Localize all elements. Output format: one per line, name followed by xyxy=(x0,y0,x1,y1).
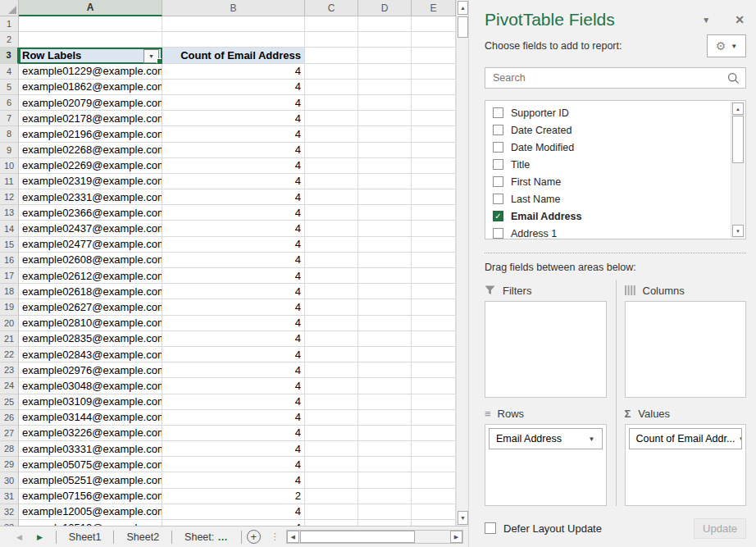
cell-A1[interactable] xyxy=(19,16,162,32)
cell-C1[interactable] xyxy=(305,16,358,32)
cell-E15[interactable] xyxy=(412,237,456,253)
cell-A2[interactable] xyxy=(19,32,162,48)
cell-E13[interactable] xyxy=(412,205,456,221)
row-header-20[interactable]: 20 xyxy=(0,316,19,331)
cell-B8[interactable]: 4 xyxy=(162,126,305,142)
cell-C21[interactable] xyxy=(305,331,358,347)
cell-E22[interactable] xyxy=(412,347,456,362)
add-sheet-button[interactable]: + xyxy=(247,530,261,544)
tools-button[interactable]: ⚙ ▼ xyxy=(707,34,746,57)
cell-E17[interactable] xyxy=(412,268,456,284)
list-scroll-up-icon[interactable]: ▲ xyxy=(732,103,744,115)
rows-area-box[interactable]: Email Address▼ xyxy=(485,424,607,506)
cell-A11[interactable]: example02319@example.com xyxy=(19,174,162,189)
cell-B12[interactable]: 4 xyxy=(162,189,305,205)
cell-A8[interactable]: example02196@example.com xyxy=(19,126,162,142)
cell-E31[interactable] xyxy=(412,489,456,504)
cell-A20[interactable]: example02810@example.com xyxy=(19,316,162,331)
row-header-5[interactable]: 5 xyxy=(0,80,19,95)
field-checkbox-last-name[interactable] xyxy=(493,194,503,204)
field-item-date-modified[interactable]: Date Modified xyxy=(485,139,731,156)
cell-A31[interactable]: example07156@example.com xyxy=(19,489,162,504)
cell-E14[interactable] xyxy=(412,221,456,236)
cell-B3[interactable]: Count of Email Address xyxy=(162,48,305,63)
cell-D20[interactable] xyxy=(358,316,412,331)
cell-C14[interactable] xyxy=(305,221,358,236)
cell-B7[interactable]: 4 xyxy=(162,111,305,126)
row-header-12[interactable]: 12 xyxy=(0,189,19,205)
cell-E5[interactable] xyxy=(412,80,456,95)
cell-E19[interactable] xyxy=(412,299,456,315)
values-area-box[interactable]: Count of Email Addr...▼ xyxy=(625,424,747,506)
cell-E29[interactable] xyxy=(412,457,456,472)
cell-E1[interactable] xyxy=(412,16,456,32)
cell-A21[interactable]: example02835@example.com xyxy=(19,331,162,347)
row-header-17[interactable]: 17 xyxy=(0,268,19,284)
row-header-26[interactable]: 26 xyxy=(0,410,19,426)
cell-B6[interactable]: 4 xyxy=(162,95,305,111)
row-header-2[interactable]: 2 xyxy=(0,32,19,48)
cell-D27[interactable] xyxy=(358,426,412,441)
cell-C2[interactable] xyxy=(305,32,358,48)
cell-C23[interactable] xyxy=(305,362,358,378)
row-header-19[interactable]: 19 xyxy=(0,299,19,315)
cell-C28[interactable] xyxy=(305,441,358,457)
row-header-11[interactable]: 11 xyxy=(0,174,19,189)
cell-D26[interactable] xyxy=(358,410,412,426)
next-sheet-icon[interactable]: ▶ xyxy=(37,533,43,541)
cell-E32[interactable] xyxy=(412,504,456,520)
row-header-31[interactable]: 31 xyxy=(0,489,19,504)
update-button[interactable]: Update xyxy=(694,518,746,539)
row-header-27[interactable]: 27 xyxy=(0,426,19,441)
cell-D10[interactable] xyxy=(358,158,412,174)
cell-C24[interactable] xyxy=(305,378,358,394)
field-checkbox-supporter-id[interactable] xyxy=(493,107,503,118)
cell-A7[interactable]: example02178@example.com xyxy=(19,111,162,126)
cell-C12[interactable] xyxy=(305,189,358,205)
row-header-22[interactable]: 22 xyxy=(0,347,19,362)
cell-D3[interactable] xyxy=(358,48,412,63)
cell-C30[interactable] xyxy=(305,472,358,488)
cell-B2[interactable] xyxy=(162,32,305,48)
cell-C7[interactable] xyxy=(305,111,358,126)
cell-B19[interactable]: 4 xyxy=(162,299,305,315)
cell-E16[interactable] xyxy=(412,253,456,268)
cell-B4[interactable]: 4 xyxy=(162,64,305,80)
cell-D32[interactable] xyxy=(358,504,412,520)
row-header-14[interactable]: 14 xyxy=(0,221,19,236)
cell-A13[interactable]: example02366@example.com xyxy=(19,205,162,221)
cell-E30[interactable] xyxy=(412,472,456,488)
cell-E2[interactable] xyxy=(412,32,456,48)
row-header-6[interactable]: 6 xyxy=(0,95,19,111)
cell-C4[interactable] xyxy=(305,64,358,80)
cell-C18[interactable] xyxy=(305,284,358,299)
cell-D31[interactable] xyxy=(358,489,412,504)
sheet-tab-sheet1[interactable]: Sheet1 xyxy=(57,526,114,547)
scroll-down-icon[interactable]: ▼ xyxy=(458,511,468,525)
cell-A14[interactable]: example02437@example.com xyxy=(19,221,162,236)
cell-B10[interactable]: 4 xyxy=(162,158,305,174)
cell-D21[interactable] xyxy=(358,331,412,347)
fill-handle[interactable] xyxy=(157,58,162,64)
cell-D14[interactable] xyxy=(358,221,412,236)
cell-C17[interactable] xyxy=(305,268,358,284)
field-item-first-name[interactable]: First Name xyxy=(485,173,731,190)
cell-B11[interactable]: 4 xyxy=(162,174,305,189)
field-checkbox-title[interactable] xyxy=(493,159,503,170)
cell-A16[interactable]: example02608@example.com xyxy=(19,253,162,268)
field-item-address-1[interactable]: Address 1 xyxy=(485,225,731,242)
cell-B17[interactable]: 4 xyxy=(162,268,305,284)
cell-C31[interactable] xyxy=(305,489,358,504)
cell-B15[interactable]: 4 xyxy=(162,237,305,253)
cell-E21[interactable] xyxy=(412,331,456,347)
cell-E25[interactable] xyxy=(412,394,456,410)
cell-C13[interactable] xyxy=(305,205,358,221)
cell-E6[interactable] xyxy=(412,95,456,111)
cell-D2[interactable] xyxy=(358,32,412,48)
cell-E23[interactable] xyxy=(412,362,456,378)
cell-D33[interactable] xyxy=(358,520,412,526)
cell-A24[interactable]: example03048@example.com xyxy=(19,378,162,394)
cell-D6[interactable] xyxy=(358,95,412,111)
cell-B25[interactable]: 4 xyxy=(162,394,305,410)
column-header-b[interactable]: B xyxy=(162,0,305,16)
